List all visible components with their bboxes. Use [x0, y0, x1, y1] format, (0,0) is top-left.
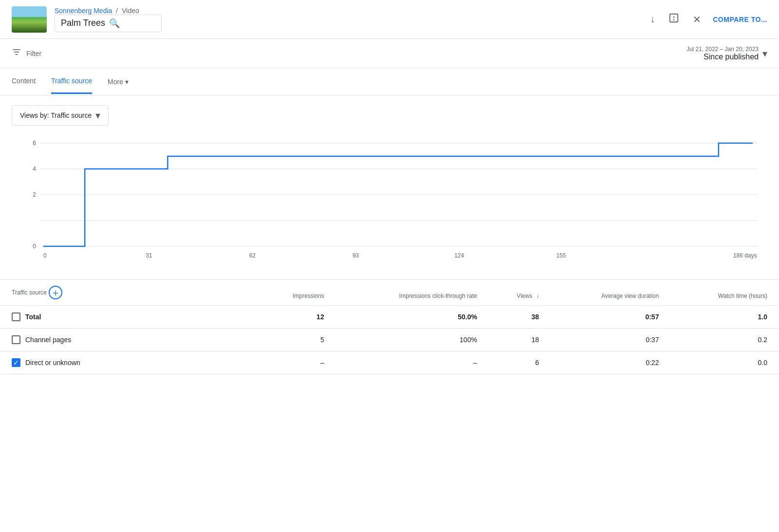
video-title-text: Palm Trees	[61, 18, 105, 28]
breadcrumb-channel[interactable]: Sonnenberg Media	[55, 7, 112, 15]
svg-text:93: 93	[352, 252, 359, 259]
svg-text:0: 0	[43, 252, 47, 259]
video-thumbnail	[12, 6, 47, 33]
page-header: Sonnenberg Media / Video Palm Trees 🔍 ↓ …	[0, 0, 779, 39]
date-range-chevron-icon: ▾	[762, 48, 767, 59]
views-header-wrapper: Views ↓	[493, 293, 539, 299]
table-section: Traffic source ＋ Impressions Impressions…	[0, 279, 779, 374]
total-impressions: 12	[255, 306, 332, 329]
add-metric-wrapper[interactable]: ＋	[49, 286, 62, 299]
direct-watch-time: 0.0	[667, 351, 779, 374]
breadcrumb: Sonnenberg Media / Video	[55, 7, 162, 15]
header-right: ↓ ✕ COMPARE TO...	[648, 11, 767, 28]
tab-content[interactable]: Content	[12, 69, 36, 94]
more-chevron-icon: ▾	[125, 78, 129, 86]
svg-point-2	[674, 19, 674, 20]
filter-bar: Filter Jul 21, 2022 – Jan 20, 2023 Since…	[0, 39, 779, 68]
breadcrumb-separator: /	[116, 7, 118, 15]
table-row-total: Total 12 50.0% 38 0:57 1.0	[0, 306, 779, 329]
direct-avg-duration: 0:22	[547, 351, 667, 374]
direct-views: 6	[485, 351, 547, 374]
chart-svg: 6 4 2 0 0 31 62 93 124 155 186 days	[12, 133, 767, 270]
date-range-dates: Jul 21, 2022 – Jan 20, 2023	[686, 46, 759, 53]
th-source-wrapper: Traffic source ＋	[12, 286, 247, 299]
tab-more[interactable]: More ▾	[108, 78, 129, 86]
direct-source-cell: ✓ Direct or unknown	[0, 351, 255, 374]
channel-pages-checkbox[interactable]	[12, 335, 20, 344]
tabs-bar: Content Traffic source More ▾	[0, 68, 779, 95]
breadcrumb-section: Video	[122, 7, 139, 15]
video-title-input[interactable]: Palm Trees 🔍	[55, 15, 162, 32]
total-source-cell: Total	[0, 306, 255, 329]
svg-text:124: 124	[454, 252, 464, 259]
svg-text:31: 31	[146, 252, 152, 259]
direct-ctr: –	[332, 351, 485, 374]
search-icon: 🔍	[109, 18, 120, 29]
total-avg-duration: 0:57	[547, 306, 667, 329]
chart-section: Views by: Traffic source ▾ 6 4 2 0 0 31 …	[0, 95, 779, 270]
views-by-dropdown[interactable]: Views by: Traffic source ▾	[12, 105, 109, 126]
total-source-col: Total	[12, 312, 247, 321]
channel-pages-watch-time: 0.2	[667, 329, 779, 351]
svg-text:62: 62	[249, 252, 256, 259]
sort-descending-icon[interactable]: ↓	[536, 293, 539, 299]
total-checkbox[interactable]	[12, 312, 20, 321]
direct-source-col: ✓ Direct or unknown	[12, 358, 247, 367]
date-range-label: Since published	[686, 53, 759, 61]
channel-pages-label: Channel pages	[25, 336, 71, 344]
col-header-views: Views ↓	[485, 280, 547, 306]
filter-left[interactable]: Filter	[12, 47, 41, 59]
line-chart: 6 4 2 0 0 31 62 93 124 155 186 days	[12, 133, 767, 270]
close-button[interactable]: ✕	[691, 12, 703, 27]
channel-pages-source-cell: Channel pages	[0, 329, 255, 351]
filter-icon	[12, 47, 21, 59]
download-button[interactable]: ↓	[648, 12, 657, 27]
channel-pages-source-col: Channel pages	[12, 335, 247, 344]
svg-text:6: 6	[33, 140, 36, 147]
col-header-impressions: Impressions	[255, 280, 332, 306]
direct-checkbox[interactable]: ✓	[12, 358, 20, 367]
alert-button[interactable]	[667, 11, 681, 28]
total-views: 38	[485, 306, 547, 329]
col-header-watch-time: Watch time (hours)	[667, 280, 779, 306]
views-label: Views	[517, 293, 532, 299]
breadcrumb-and-title: Sonnenberg Media / Video Palm Trees 🔍	[55, 7, 162, 32]
total-label: Total	[25, 313, 41, 321]
table-row-channel-pages: Channel pages 5 100% 18 0:37 0.2	[0, 329, 779, 351]
svg-text:2: 2	[33, 191, 36, 198]
views-by-label: Views by: Traffic source	[20, 111, 92, 119]
direct-label: Direct or unknown	[25, 359, 80, 367]
channel-pages-avg-duration: 0:37	[547, 329, 667, 351]
tab-traffic-source[interactable]: Traffic source	[51, 69, 92, 94]
channel-pages-impressions: 5	[255, 329, 332, 351]
col-header-avg-duration: Average view duration	[547, 280, 667, 306]
channel-pages-views: 18	[485, 329, 547, 351]
date-range-text: Jul 21, 2022 – Jan 20, 2023 Since publis…	[686, 46, 759, 61]
header-left: Sonnenberg Media / Video Palm Trees 🔍	[12, 6, 162, 33]
date-range-dropdown[interactable]: Jul 21, 2022 – Jan 20, 2023 Since publis…	[686, 46, 767, 61]
total-ctr: 50.0%	[332, 306, 485, 329]
svg-text:155: 155	[556, 252, 566, 259]
col-header-ctr: Impressions click-through rate	[332, 280, 485, 306]
table-row-direct-or-unknown: ✓ Direct or unknown – – 6 0:22 0.0	[0, 351, 779, 374]
svg-text:0: 0	[33, 243, 36, 250]
views-by-chevron-icon: ▾	[95, 110, 100, 121]
direct-impressions: –	[255, 351, 332, 374]
traffic-source-table: Traffic source ＋ Impressions Impressions…	[0, 280, 779, 374]
svg-text:186 days: 186 days	[733, 252, 757, 259]
svg-text:4: 4	[33, 165, 36, 172]
compare-button[interactable]: COMPARE TO...	[713, 16, 767, 23]
tab-more-label: More	[108, 78, 123, 86]
col-traffic-source-label: Traffic source	[12, 289, 47, 296]
add-metric-button[interactable]: ＋	[49, 286, 62, 299]
channel-pages-ctr: 100%	[332, 329, 485, 351]
total-watch-time: 1.0	[667, 306, 779, 329]
col-header-traffic-source: Traffic source ＋	[0, 280, 255, 306]
filter-label: Filter	[26, 50, 41, 57]
